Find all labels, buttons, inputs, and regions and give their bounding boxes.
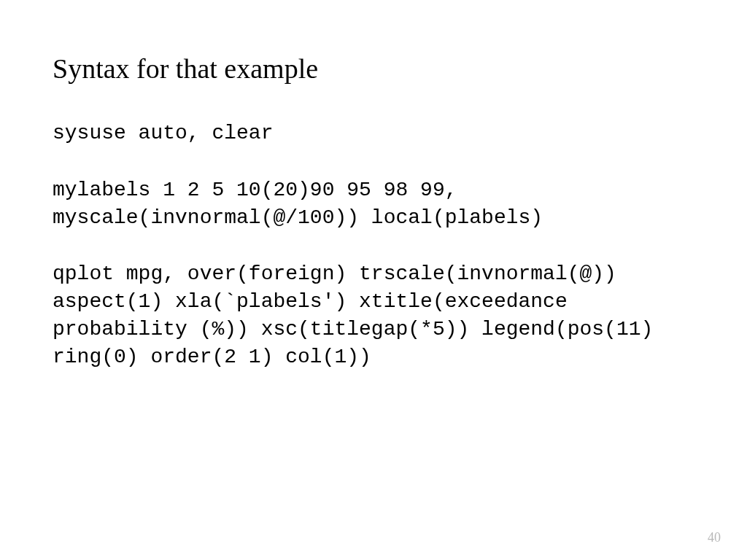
page-number: 40	[708, 530, 721, 545]
code-block-3: qplot mpg, over(foreign) trscale(invnorm…	[53, 260, 694, 370]
code-block-2: mylabels 1 2 5 10(20)90 95 98 99, myscal…	[53, 176, 694, 232]
code-block-1: sysuse auto, clear	[53, 120, 694, 147]
slide: Syntax for that example sysuse auto, cle…	[0, 0, 747, 560]
slide-title: Syntax for that example	[53, 52, 694, 85]
